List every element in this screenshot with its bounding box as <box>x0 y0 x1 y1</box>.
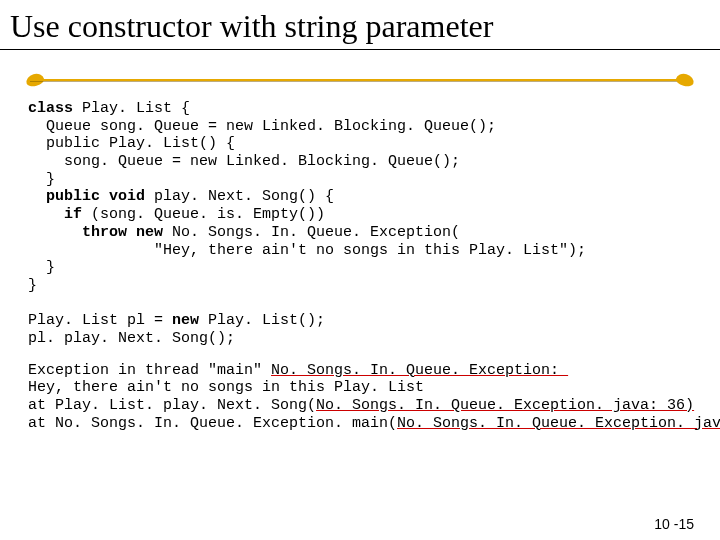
kw-if: if <box>64 206 82 223</box>
kw-throw-new: throw new <box>82 224 163 241</box>
exception-class: No. Songs. In. Queue. Exception: <box>271 362 568 379</box>
code-block: class Play. List { Queue song. Queue = n… <box>28 100 692 348</box>
stack-frame-2: No. Songs. In. Queue. Exception. java: 1… <box>397 415 720 432</box>
slide-number: 10 -15 <box>654 516 694 532</box>
ornate-divider <box>0 54 720 94</box>
stack-frame-1: No. Songs. In. Queue. Exception. java: 3… <box>316 397 694 414</box>
slide-title: Use constructor with string parameter <box>0 0 720 50</box>
console-output: Exception in thread "main" No. Songs. In… <box>28 362 692 433</box>
kw-new: new <box>172 312 199 329</box>
kw-public-void: public void <box>46 188 145 205</box>
kw-class: class <box>28 100 73 117</box>
